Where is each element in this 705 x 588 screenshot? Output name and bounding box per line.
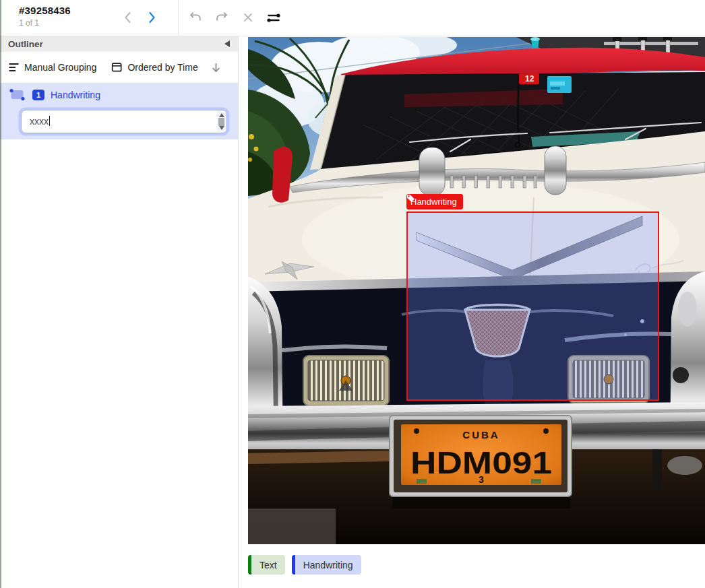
annotation-app: #39258436 1 of 1 [0,0,705,588]
grouping-label: Manual Grouping [24,62,96,73]
swap-order-icon [266,9,282,26]
license-plate: CUBA HDM091 3 [390,416,572,496]
scrollbar-thumb[interactable] [218,118,224,126]
region-bbox-icon [9,88,26,102]
tag-icon [406,194,415,203]
sort-direction-button[interactable] [210,62,222,73]
scroll-down-icon[interactable] [219,126,224,130]
region-tag-label: Handwriting [410,197,457,207]
region-row[interactable]: 1 Handwriting [0,83,238,107]
task-info: #39258436 1 of 1 [19,5,71,28]
labels-toolbar: Text Handwriting [248,555,361,575]
toolbar-divider [178,0,179,35]
image-canvas[interactable]: 12 [248,37,705,544]
task-pagination: 1 of 1 [19,18,71,28]
input-scrollbar[interactable] [217,111,226,132]
collapse-panel-icon[interactable] [224,40,230,47]
region-index-badge[interactable]: 1 [32,90,44,100]
swap-order-button[interactable] [262,5,285,30]
label-chip-text-label: Text [259,560,277,570]
grouping-lines-icon [8,62,20,73]
redo-icon [214,10,229,25]
bounding-box[interactable] [406,211,659,401]
undo-button[interactable] [184,5,207,30]
ordering-label: Ordered by Time [127,62,197,73]
label-chip-handwriting[interactable]: Handwriting [292,555,361,575]
fog-lamp-left [303,356,389,405]
arrow-down-icon [210,62,222,73]
next-task-button[interactable] [140,5,163,30]
redo-button[interactable] [210,5,233,30]
delete-cross-icon [241,10,255,25]
prev-chevron-icon [121,9,137,26]
ordered-by-time-icon [111,62,123,73]
region-label[interactable]: Handwriting [51,90,100,100]
text-caret [49,116,50,126]
label-chip-text[interactable]: Text [248,555,285,575]
region-tag[interactable]: Handwriting [406,194,463,209]
region-text-input[interactable]: xxxx [21,110,227,133]
outliner-controls: Manual Grouping Ordered by Time [0,52,238,83]
undo-icon [188,10,203,25]
region-text-value: xxxx [30,116,49,127]
windshield-sticker-number: 12 [525,74,534,84]
prev-task-button[interactable] [117,5,140,30]
scroll-up-icon[interactable] [219,113,224,117]
outliner-header: Outliner [0,36,238,52]
region-list-item-selected: 1 Handwriting xxxx [0,83,238,139]
label-chip-handwriting-label: Handwriting [303,560,353,570]
license-plate-serial: 3 [479,474,484,485]
task-id: #39258436 [19,5,71,16]
next-chevron-icon [144,9,160,26]
grouping-selector[interactable]: Manual Grouping [8,62,96,73]
window-edge [0,0,1,588]
delete-annotation-button[interactable] [237,5,259,30]
outliner-panel: Outliner Manual Grouping Ordered by Time [0,36,239,588]
outliner-title: Outliner [8,39,224,49]
top-toolbar: #39258436 1 of 1 [0,0,705,36]
ordering-selector[interactable]: Ordered by Time [111,62,197,73]
license-plate-country: CUBA [462,429,499,440]
